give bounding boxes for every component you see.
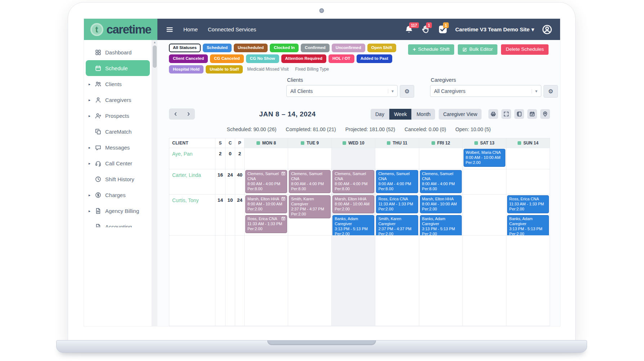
caregiver-view-button[interactable]: Caregiver View bbox=[439, 109, 482, 120]
day-cell[interactable] bbox=[332, 236, 375, 326]
nav-link-home[interactable]: Home bbox=[183, 26, 198, 32]
day-cell[interactable]: Clemens, Samuel CNA8:00 AM - 4:00 PMPer:… bbox=[332, 169, 375, 195]
shift-card[interactable]: Smith, Karen Caregiver2:37 PM - 4:37 PMP… bbox=[289, 195, 331, 218]
shift-card[interactable]: Banks, Adam Caregiver3:13 PM - 5:13 PMPe… bbox=[420, 215, 462, 236]
status-badge-open-shift[interactable]: Open Shift bbox=[367, 44, 396, 52]
day-cell[interactable] bbox=[463, 236, 506, 326]
sidebar-scrollbar[interactable]: ▲ bbox=[152, 40, 157, 326]
day-cell[interactable] bbox=[332, 148, 375, 169]
day-cell[interactable]: Clemens, Samuel CNA8:00 AM - 4:00 PMPer:… bbox=[375, 169, 419, 195]
sidebar-item-accounting[interactable]: Accounting bbox=[86, 219, 150, 227]
sidebar-item-dashboard[interactable]: Dashboard bbox=[86, 44, 150, 60]
sidebar-item-caregivers[interactable]: ▸Caregivers bbox=[86, 92, 150, 108]
status-badge-unscheduled[interactable]: Unscheduled bbox=[234, 44, 268, 52]
client-name[interactable]: Aye, Pan bbox=[169, 148, 215, 169]
shift-card[interactable]: Marsh, Elton HHA8:00 AM - 10:00 AMPer:2.… bbox=[420, 195, 462, 213]
view-toggle-week[interactable]: Week bbox=[389, 109, 412, 120]
status-badge-unconfirmed[interactable]: Unconfirmed bbox=[332, 44, 365, 52]
view-toggle-month[interactable]: Month bbox=[412, 109, 435, 120]
shift-card[interactable]: Clemens, Samuel CNA8:00 AM - 4:00 PMPer:… bbox=[332, 170, 374, 193]
expand-button[interactable] bbox=[501, 109, 511, 119]
shift-card[interactable]: Wolbert, Maria CNA8:00 AM - 10:00 AMPer:… bbox=[464, 149, 505, 167]
site-selector[interactable]: Caretime V3 Team Demo Site ▾ bbox=[455, 26, 534, 33]
day-cell[interactable] bbox=[506, 148, 550, 169]
shift-card[interactable]: Marsh, Elton HHA8:00 AM - 10:00 AMPer:2.… bbox=[245, 195, 287, 213]
day-cell[interactable] bbox=[419, 148, 463, 169]
hamburger-menu-icon[interactable] bbox=[166, 26, 173, 33]
user-avatar-icon[interactable] bbox=[542, 24, 552, 35]
day-cell[interactable] bbox=[463, 195, 506, 236]
sidebar-item-charges[interactable]: ▸Charges bbox=[86, 187, 150, 203]
shift-card[interactable]: Ross, Erica CNA11:33 AM - 1:33 PMPer:2.0… bbox=[376, 195, 418, 213]
status-badge-scheduled[interactable]: Scheduled bbox=[203, 44, 232, 52]
day-cell[interactable]: Wolbert, Maria CNA8:00 AM - 10:00 AMPer:… bbox=[463, 148, 506, 169]
day-cell[interactable]: Smith, Karen Caregiver2:37 PM - 4:37 PMP… bbox=[288, 195, 332, 236]
shift-card[interactable]: Clemens, Samuel CNA8:00 AM - 4:00 PMPer:… bbox=[245, 170, 287, 193]
nav-link-connected-services[interactable]: Connected Services bbox=[208, 26, 256, 32]
status-badge-clocked-in[interactable]: Clocked In bbox=[270, 44, 299, 52]
shift-card[interactable]: Banks, Adam Caregiver3:13 PM - 5:13 PMPe… bbox=[507, 215, 549, 236]
day-cell[interactable] bbox=[288, 236, 332, 326]
shift-card[interactable]: Marsh, Elton HHA8:00 AM - 10:00 AMPer:2.… bbox=[332, 195, 374, 213]
day-cell[interactable]: Marsh, Elton HHA8:00 AM - 10:00 AMPer:2.… bbox=[332, 195, 375, 236]
day-cell[interactable]: Marsh, Elton HHA8:00 AM - 10:00 AMPer:2.… bbox=[419, 195, 463, 236]
day-cell[interactable] bbox=[375, 148, 419, 169]
bell-icon[interactable]: 117 bbox=[404, 25, 413, 34]
check-square-icon[interactable]: 1 bbox=[438, 25, 447, 34]
status-badge-all-statuses[interactable]: All Statuses bbox=[169, 44, 201, 52]
day-cell[interactable] bbox=[288, 148, 332, 169]
shift-card[interactable]: Clemens, Samuel CNA8:00 AM - 4:00 PMPer:… bbox=[420, 170, 462, 193]
bulk-editor-button[interactable]: Bulk Editor bbox=[458, 44, 497, 55]
status-badge-hol-ot[interactable]: HOL / OT bbox=[328, 54, 354, 63]
day-cell[interactable]: Marsh, Elton HHA8:00 AM - 10:00 AMPer:2.… bbox=[245, 195, 288, 236]
day-cell[interactable]: Ross, Erica CNA11:33 AM - 1:33 PMPer:2.0… bbox=[375, 195, 419, 236]
status-badge-attention-required[interactable]: Attention Required bbox=[281, 54, 327, 63]
schedule-shift-button[interactable]: + Schedule Shift bbox=[408, 44, 454, 55]
status-badge-client-canceled[interactable]: Client Canceled bbox=[169, 54, 208, 63]
shift-card[interactable]: Ross, Erica CNA11:33 AM - 1:33 PMPer:2.0… bbox=[245, 215, 287, 233]
scrollbar-thumb[interactable] bbox=[153, 45, 157, 68]
sidebar-item-call-center[interactable]: ▸Call Center bbox=[86, 155, 150, 171]
clients-select[interactable]: All Clients ▾ bbox=[286, 85, 398, 97]
status-badge-cg-canceled[interactable]: CG Canceled bbox=[210, 54, 244, 63]
shift-card[interactable]: Smith, Karen Caregiver2:37 PM - 4:37 PMP… bbox=[376, 215, 418, 236]
caretime-logo[interactable]: t caretime bbox=[84, 19, 157, 40]
sidebar-item-carematch[interactable]: CareMatch bbox=[86, 124, 150, 139]
caregivers-settings-button[interactable]: ⚙ bbox=[544, 85, 558, 98]
client-name[interactable]: Carter, Linda bbox=[169, 169, 215, 195]
day-cell[interactable] bbox=[245, 148, 288, 169]
caregivers-select[interactable]: All Caregivers ▾ bbox=[430, 85, 541, 97]
next-week-button[interactable] bbox=[182, 108, 195, 120]
calendar-check-button[interactable] bbox=[527, 109, 537, 119]
shift-card[interactable]: Ross, Erica CNA11:33 AM - 1:33 PMPer:2.0… bbox=[507, 195, 549, 213]
day-cell[interactable] bbox=[245, 236, 288, 326]
day-cell[interactable] bbox=[506, 169, 550, 195]
day-cell[interactable]: Clemens, Samuel CNA8:00 AM - 4:00 PMPer:… bbox=[419, 169, 463, 195]
delete-schedules-button[interactable]: Delete Schedules bbox=[501, 44, 549, 55]
sidebar-item-shift-history[interactable]: Shift History bbox=[86, 171, 150, 187]
day-cell[interactable] bbox=[419, 236, 463, 326]
status-badge-added-to-past[interactable]: Added to Past bbox=[357, 54, 392, 63]
day-cell[interactable] bbox=[506, 236, 550, 326]
day-cell[interactable] bbox=[375, 236, 419, 326]
sidebar-item-messages[interactable]: ▸Messages bbox=[86, 139, 150, 155]
sidebar-item-prospects[interactable]: ▸Prospects bbox=[86, 108, 150, 124]
previous-week-button[interactable] bbox=[169, 108, 182, 120]
day-cell[interactable]: Ross, Erica CNA11:33 AM - 1:33 PMPer:2.0… bbox=[506, 195, 550, 236]
view-toggle-day[interactable]: Day bbox=[371, 109, 389, 120]
printer-button[interactable] bbox=[488, 109, 498, 119]
pin-button[interactable] bbox=[540, 109, 550, 119]
status-badge-cg-no-show[interactable]: CG No Show bbox=[246, 54, 279, 63]
status-badge-confirmed[interactable]: Confirmed bbox=[301, 44, 330, 52]
sidebar-item-clients[interactable]: ▸Clients bbox=[86, 76, 150, 92]
shift-card[interactable]: Banks, Adam Caregiver3:13 PM - 5:13 PMPe… bbox=[332, 215, 374, 236]
day-cell[interactable]: Clemens, Samuel CNA8:00 AM - 4:00 PMPer:… bbox=[288, 169, 332, 195]
status-badge-unable-to-staff[interactable]: Unable to Staff bbox=[206, 65, 243, 74]
day-cell[interactable]: Clemens, Samuel CNA8:00 AM - 4:00 PMPer:… bbox=[245, 169, 288, 195]
shift-card[interactable]: Clemens, Samuel CNA8:00 AM - 4:00 PMPer:… bbox=[376, 170, 418, 193]
sidebar-item-schedule[interactable]: Schedule bbox=[86, 60, 150, 76]
journal-button[interactable] bbox=[514, 109, 524, 119]
sidebar-item-agency-billing[interactable]: ▸Agency Billing bbox=[86, 203, 150, 219]
day-cell[interactable] bbox=[463, 169, 506, 195]
shift-card[interactable]: Clemens, Samuel CNA8:00 AM - 4:00 PMPer:… bbox=[289, 170, 331, 193]
